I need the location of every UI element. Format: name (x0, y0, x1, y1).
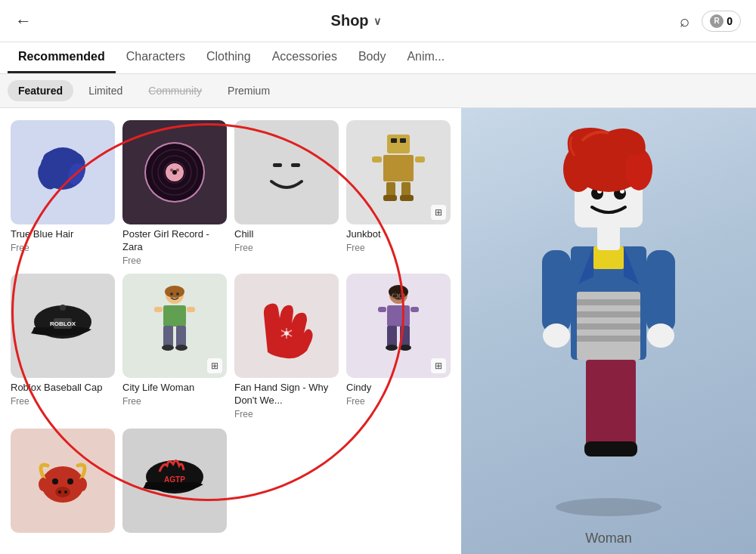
item-thumb (122, 120, 227, 224)
tab-anim[interactable]: Anim... (396, 42, 455, 73)
item-thumb: ⊞ (346, 274, 451, 378)
svg-point-61 (64, 491, 67, 494)
svg-rect-32 (187, 307, 195, 312)
svg-rect-50 (387, 326, 397, 347)
item-card-fan-hand-sign[interactable]: Fan Hand Sign - Why Don't We... Free (234, 274, 339, 419)
svg-rect-22 (383, 195, 397, 201)
item-thumb: ⊞ (122, 274, 227, 378)
search-icon[interactable]: ⌕ (680, 11, 689, 31)
robot-icon (368, 131, 429, 214)
header-title-group: Shop ∨ (331, 12, 381, 29)
svg-rect-49 (411, 307, 419, 312)
item-name: Poster Girl Record - Zara (122, 228, 227, 254)
item-card-agtp-cap[interactable]: AGTP (122, 429, 227, 538)
item-name: Fan Hand Sign - Why Don't We... (234, 382, 339, 407)
item-price: Free (346, 396, 451, 407)
item-name: Junkbot (346, 228, 451, 241)
bundle-icon: ⊞ (431, 358, 446, 373)
bundle-icon: ⊞ (207, 358, 222, 373)
svg-rect-17 (383, 155, 414, 181)
subtab-limited[interactable]: Limited (78, 80, 133, 101)
character-svg (503, 108, 714, 526)
item-thumb (11, 120, 115, 224)
item-card-baseball-cap[interactable]: ROBLOX Roblox Baseball Cap Free (11, 274, 115, 419)
svg-point-38 (176, 292, 179, 296)
svg-rect-16 (400, 138, 406, 143)
item-card-true-blue-hair[interactable]: True Blue Hair Free (11, 120, 115, 266)
svg-point-83 (647, 323, 674, 348)
item-card-chill[interactable]: Chill Free (234, 120, 339, 266)
back-button[interactable]: ← (15, 11, 32, 31)
coin-count: 0 (727, 15, 733, 27)
svg-point-58 (67, 478, 73, 484)
chevron-down-icon[interactable]: ∨ (373, 15, 381, 27)
face-icon (256, 142, 317, 203)
svg-rect-75 (577, 299, 640, 305)
svg-point-63 (78, 478, 87, 491)
item-card-city-life-woman[interactable]: ⊞ City Life Woman Free (122, 274, 227, 419)
item-thumb: AGTP (122, 429, 227, 533)
coin-badge: R 0 (702, 11, 741, 32)
svg-rect-14 (387, 135, 410, 153)
coin-icon: R (710, 14, 723, 28)
item-thumb: ⊞ (346, 120, 451, 224)
item-thumb (11, 429, 115, 533)
cindy-character-icon (372, 284, 425, 367)
main-content: True Blue Hair Free (0, 108, 756, 554)
svg-rect-12 (273, 163, 282, 167)
svg-point-66 (556, 498, 662, 516)
svg-point-29 (165, 286, 184, 298)
item-name: Cindy (346, 382, 451, 395)
subtab-featured[interactable]: Featured (8, 80, 73, 101)
svg-rect-80 (542, 250, 571, 333)
items-grid: True Blue Hair Free (8, 116, 454, 424)
item-card-poster-girl[interactable]: Poster Girl Record - Zara Free (122, 120, 227, 266)
svg-point-35 (162, 345, 174, 351)
character-label: Woman (585, 531, 632, 546)
svg-point-60 (58, 491, 61, 494)
app-header: ← Shop ∨ ⌕ R 0 (0, 0, 756, 42)
character-container (503, 108, 714, 526)
svg-rect-82 (646, 250, 675, 333)
svg-point-10 (170, 169, 173, 172)
svg-rect-19 (415, 156, 425, 162)
header-right-controls: ⌕ R 0 (680, 11, 741, 32)
svg-rect-51 (400, 326, 410, 347)
svg-text:ROBLOX: ROBLOX (50, 320, 76, 327)
subtab-premium[interactable]: Premium (217, 80, 280, 101)
tab-clothing[interactable]: Clothing (196, 42, 262, 73)
item-thumb (234, 274, 339, 378)
item-card-cindy[interactable]: ⊞ Cindy Free (346, 274, 451, 419)
svg-point-36 (175, 345, 187, 351)
svg-rect-23 (400, 195, 414, 201)
items-grid-bottom: AGTP (8, 424, 454, 543)
svg-rect-76 (577, 311, 640, 317)
item-price: Free (346, 243, 451, 253)
svg-rect-13 (291, 163, 300, 167)
svg-rect-18 (372, 156, 382, 162)
item-name: Chill (234, 228, 339, 241)
tab-body[interactable]: Body (348, 42, 396, 73)
subtab-community[interactable]: Community (138, 80, 212, 101)
record-icon (141, 138, 209, 206)
item-name: City Life Woman (122, 382, 227, 395)
hair-icon (33, 142, 93, 203)
item-card-junkbot[interactable]: ⊞ Junkbot Free (346, 120, 451, 266)
item-thumb: ROBLOX (11, 274, 115, 378)
page-title: Shop (331, 12, 369, 29)
svg-text:AGTP: AGTP (164, 475, 185, 484)
nav-tabs: Recommended Characters Clothing Accessor… (0, 42, 756, 74)
svg-point-81 (543, 323, 570, 348)
item-card-bull[interactable] (11, 429, 115, 538)
item-thumb (234, 120, 339, 224)
svg-point-25 (60, 305, 66, 311)
svg-rect-15 (391, 138, 397, 143)
bull-icon (33, 447, 93, 515)
tab-characters[interactable]: Characters (116, 42, 196, 73)
item-price: Free (234, 243, 339, 253)
tab-recommended[interactable]: Recommended (8, 42, 116, 73)
tab-accessories[interactable]: Accessories (262, 42, 348, 73)
hand-sign-icon (253, 292, 321, 360)
svg-point-37 (170, 292, 173, 296)
svg-rect-47 (387, 305, 410, 327)
